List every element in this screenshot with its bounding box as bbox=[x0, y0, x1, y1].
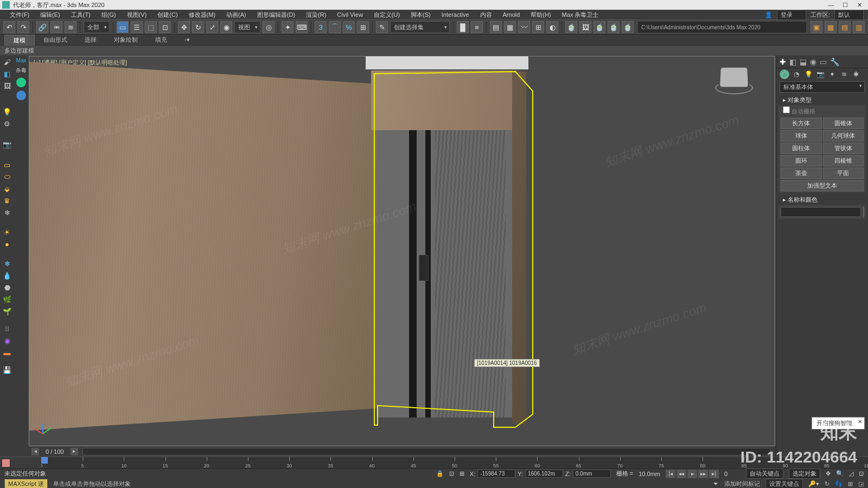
cat-space-icon[interactable]: ≋ bbox=[839, 69, 849, 79]
menu-anim[interactable]: 动画(A) bbox=[221, 11, 252, 19]
prim-plane[interactable]: 平面 bbox=[823, 168, 864, 179]
lt-sun-icon[interactable]: ☀ bbox=[2, 227, 12, 237]
prim-pyramid[interactable]: 四棱锥 bbox=[823, 155, 864, 166]
nav-max-icon[interactable]: ⊞ bbox=[848, 480, 853, 487]
bind-button[interactable]: ≋ bbox=[65, 21, 76, 33]
name-color-header[interactable]: ▸ 名称和颜色 bbox=[778, 195, 866, 205]
cat-sys-icon[interactable]: ✱ bbox=[851, 69, 861, 79]
lt-orange-icon[interactable]: ▬ bbox=[2, 347, 12, 358]
redo-button[interactable]: ↷ bbox=[17, 21, 29, 33]
render-setup-button[interactable]: 🍵 bbox=[565, 21, 577, 33]
viewcube[interactable] bbox=[715, 67, 753, 94]
menu-custom[interactable]: 自定义(U) bbox=[368, 11, 405, 19]
menu-modifier[interactable]: 修改器(M) bbox=[183, 11, 221, 19]
filter-dropdown[interactable]: 全部 bbox=[84, 21, 110, 33]
menu-group[interactable]: 组(G) bbox=[96, 11, 122, 19]
lt-brush-icon[interactable]: 🖌 bbox=[2, 56, 12, 67]
cp-modify-icon[interactable]: ◧ bbox=[789, 57, 796, 66]
lt-purple-icon[interactable]: ◉ bbox=[2, 335, 12, 346]
prim-teapot[interactable]: 茶壶 bbox=[781, 168, 822, 179]
cp-hierarchy-icon[interactable]: ⬓ bbox=[800, 57, 807, 66]
select-name-button[interactable]: ☰ bbox=[131, 21, 143, 33]
time-ruler[interactable]: 0510152025303540455055606570758085909510… bbox=[0, 457, 868, 468]
layer-button[interactable]: ▤ bbox=[490, 21, 502, 33]
snap-lock-icon[interactable]: 🔒 bbox=[436, 470, 444, 477]
rtab-freeform[interactable]: 自由形式 bbox=[35, 35, 76, 45]
selbrackets-icon[interactable]: ⊞ bbox=[459, 470, 464, 477]
lt-max-icon[interactable]: ◧ bbox=[2, 68, 12, 79]
vp4-button[interactable]: ▥ bbox=[853, 21, 865, 33]
lt-dots-icon[interactable]: ⁝⁝ bbox=[2, 323, 12, 334]
coord-x[interactable]: -15984.73 bbox=[477, 470, 515, 478]
prim-geosphere[interactable]: 几何球体 bbox=[823, 130, 864, 142]
placement-tool[interactable]: ◉ bbox=[220, 21, 232, 33]
goto-end-button[interactable]: ▸| bbox=[709, 470, 719, 478]
lt-jade-icon[interactable]: ♛ bbox=[2, 195, 12, 206]
rotate-tool[interactable]: ↻ bbox=[192, 21, 204, 33]
ruler-key-icon[interactable] bbox=[2, 459, 10, 467]
frame-input[interactable]: 0 bbox=[724, 471, 741, 477]
lt-cyl-icon[interactable]: ⬙ bbox=[2, 183, 12, 194]
viewport[interactable]: [+] [透视] [用户定义] [默认明暗处理] [1019A0014] 101… bbox=[29, 56, 775, 446]
window-crossing-button[interactable]: ⊡ bbox=[159, 21, 171, 33]
cat-helper-icon[interactable]: ✦ bbox=[827, 69, 837, 79]
nav-zoom-icon[interactable]: 🔍 bbox=[836, 470, 844, 477]
coord-z[interactable]: 0.0mm bbox=[573, 470, 611, 478]
nav-zoomext-icon[interactable]: ⊡ bbox=[859, 470, 864, 477]
badge-green-icon[interactable] bbox=[16, 78, 26, 87]
cat-geom-icon[interactable]: ◯ bbox=[780, 69, 789, 79]
rtab-select[interactable]: 选择 bbox=[76, 35, 105, 45]
prim-tube[interactable]: 管状体 bbox=[823, 143, 864, 154]
scale-tool[interactable]: ⤢ bbox=[206, 21, 218, 33]
timetag-icon[interactable]: ⏷ bbox=[713, 480, 719, 487]
keyfilter-icon[interactable]: 🔑▾ bbox=[808, 480, 819, 487]
lt-light-icon[interactable]: 💡 bbox=[2, 106, 12, 117]
unlink-button[interactable]: ⚮ bbox=[50, 21, 62, 33]
ime-popup[interactable]: 开启搜狗智能✕ bbox=[812, 417, 865, 429]
angle-snap[interactable]: ⌒ bbox=[329, 21, 341, 33]
material-button[interactable]: ◐ bbox=[546, 21, 558, 33]
manip-button[interactable]: ✦ bbox=[282, 21, 293, 33]
schematic-button[interactable]: ⊞ bbox=[532, 21, 544, 33]
project-path[interactable]: C:\Users\Administrator\Documents\3ds Max… bbox=[638, 22, 806, 33]
tline-left-button[interactable]: ◂ bbox=[31, 448, 39, 455]
menu-content[interactable]: 内容 bbox=[475, 11, 497, 19]
menu-file[interactable]: 文件(F) bbox=[4, 11, 35, 19]
render-button[interactable]: 🍵 bbox=[593, 21, 605, 33]
menu-graph[interactable]: 图形编辑器(D) bbox=[252, 11, 301, 19]
menu-civil[interactable]: Civil View bbox=[331, 11, 368, 18]
lt-blue-icon[interactable]: ❄ bbox=[2, 258, 12, 269]
cat-cam-icon[interactable]: 📷 bbox=[815, 69, 825, 79]
keymode-button[interactable]: ⌨ bbox=[296, 21, 308, 33]
cp-create-icon[interactable]: ✚ bbox=[780, 57, 786, 66]
move-tool[interactable]: ✥ bbox=[178, 21, 190, 33]
menu-script[interactable]: 脚本(S) bbox=[405, 11, 436, 19]
cp-util-icon[interactable]: 🔧 bbox=[830, 57, 839, 66]
percent-snap[interactable]: % bbox=[343, 21, 355, 33]
align-button[interactable]: ≡ bbox=[471, 21, 483, 33]
tline-right-button[interactable]: ▸ bbox=[71, 448, 78, 455]
popup-close-icon[interactable]: ✕ bbox=[858, 419, 862, 425]
nav-region-icon[interactable]: ◲ bbox=[858, 480, 864, 487]
lt-disk-icon[interactable]: 💾 bbox=[2, 364, 12, 375]
menu-render[interactable]: 渲染(R) bbox=[301, 11, 331, 19]
lt-ellipse-icon[interactable]: ⬭ bbox=[2, 171, 12, 182]
rt-render-button[interactable]: 🍵 bbox=[608, 21, 620, 33]
vp2-button[interactable]: ▦ bbox=[825, 21, 837, 33]
rtab-populate[interactable]: 填充 bbox=[146, 35, 176, 45]
login-dropdown[interactable]: 登录 bbox=[777, 10, 806, 20]
menu-arnold[interactable]: Arnold bbox=[497, 11, 526, 18]
vp1-button[interactable]: ▣ bbox=[810, 21, 822, 33]
play-button[interactable]: ▸ bbox=[687, 470, 697, 478]
prim-cylinder[interactable]: 圆柱体 bbox=[781, 143, 822, 154]
link-button[interactable]: 🔗 bbox=[36, 21, 48, 33]
cat-shape-icon[interactable]: ◔ bbox=[792, 69, 801, 79]
object-type-header[interactable]: ▸ 对象类型 bbox=[778, 95, 866, 105]
ribbon-toggle[interactable]: ▦ bbox=[504, 21, 516, 33]
lt-net-icon[interactable]: ⚙ bbox=[2, 118, 12, 129]
spinner-snap[interactable]: ⊞ bbox=[357, 21, 369, 33]
menu-create[interactable]: 创建(C) bbox=[152, 11, 183, 19]
prim-box[interactable]: 长方体 bbox=[781, 118, 822, 129]
color-swatch[interactable] bbox=[863, 207, 864, 217]
nav-fov-icon[interactable]: ◿ bbox=[849, 470, 853, 477]
